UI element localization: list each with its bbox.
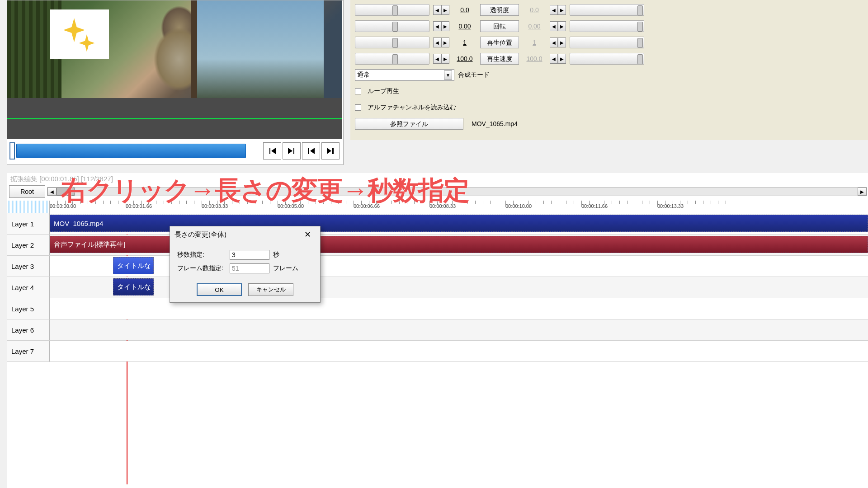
loop-checkbox[interactable] bbox=[355, 88, 361, 94]
param-label[interactable]: 再生位置 bbox=[480, 37, 519, 48]
to-start-button[interactable] bbox=[302, 142, 320, 160]
blend-mode-value: 通常 bbox=[357, 71, 370, 79]
reference-file-name: MOV_1065.mp4 bbox=[472, 120, 518, 127]
track[interactable] bbox=[50, 319, 868, 340]
sparkle-overlay bbox=[50, 9, 109, 59]
nudge-left-icon[interactable]: ◀ bbox=[550, 38, 558, 47]
nudge-left-icon[interactable]: ◀ bbox=[433, 21, 441, 31]
param-value-left[interactable]: 0.0 bbox=[453, 6, 476, 14]
blend-mode-select[interactable]: 通常▼ bbox=[355, 69, 454, 81]
text-clip[interactable]: タイトルな bbox=[113, 278, 154, 296]
alpha-checkbox[interactable] bbox=[355, 104, 361, 111]
param-slider-left[interactable] bbox=[355, 20, 429, 32]
track[interactable] bbox=[50, 341, 868, 361]
nudge-right-icon[interactable]: ▶ bbox=[558, 38, 566, 47]
nudge-left-icon[interactable]: ◀ bbox=[550, 21, 558, 31]
timeline-tracks: Layer 1MOV_1065.mp4 Layer 2音声ファイル[標準再生] … bbox=[7, 213, 868, 362]
nudge-right-icon[interactable]: ▶ bbox=[441, 21, 449, 31]
frames-input[interactable] bbox=[230, 263, 269, 273]
seconds-unit: 秒 bbox=[273, 251, 279, 259]
alpha-label: アルファチャンネルを読み込む bbox=[368, 103, 456, 112]
layer-label[interactable]: Layer 4 bbox=[7, 277, 50, 298]
nudge-left-icon[interactable]: ◀ bbox=[433, 38, 441, 47]
param-slider-right[interactable] bbox=[570, 53, 644, 65]
layer-label[interactable]: Layer 6 bbox=[7, 319, 50, 340]
param-value-left[interactable]: 0.00 bbox=[453, 23, 476, 30]
frames-unit: フレーム bbox=[273, 264, 298, 272]
param-value-right[interactable]: 100.0 bbox=[523, 55, 546, 62]
close-icon: ✕ bbox=[304, 230, 311, 239]
text-clip[interactable]: タイトルな bbox=[113, 257, 154, 274]
chevron-down-icon[interactable]: ▼ bbox=[444, 70, 452, 80]
next-frame-button[interactable] bbox=[283, 142, 301, 160]
layer-label[interactable]: Layer 7 bbox=[7, 341, 50, 361]
timeline-panel: 拡張編集 [00:00:01.85] [112/2827] Root ◀ ▶ 0… bbox=[7, 173, 868, 488]
nudge-right-icon[interactable]: ▶ bbox=[558, 54, 566, 64]
scroll-left-icon[interactable]: ◀ bbox=[47, 188, 57, 196]
param-value-right[interactable]: 1 bbox=[523, 39, 546, 46]
blend-mode-label: 合成モード bbox=[458, 71, 490, 79]
nudge-left-icon[interactable]: ◀ bbox=[550, 54, 558, 64]
frames-label: フレーム数指定: bbox=[177, 264, 226, 272]
layer-label[interactable]: Layer 1 bbox=[7, 213, 50, 234]
nudge-left-icon[interactable]: ◀ bbox=[433, 5, 441, 15]
dialog-title: 長さの変更(全体) bbox=[175, 230, 226, 239]
nudge-left-icon[interactable]: ◀ bbox=[550, 5, 558, 15]
sparkle-icon bbox=[61, 16, 98, 52]
layer-label[interactable]: Layer 2 bbox=[7, 235, 50, 255]
param-slider-left[interactable] bbox=[355, 4, 429, 16]
param-slider-right[interactable] bbox=[570, 4, 644, 16]
param-value-right[interactable]: 0.0 bbox=[523, 6, 546, 14]
to-end-button[interactable] bbox=[321, 142, 340, 160]
parameter-panel: ◀▶ 0.0 透明度 0.0 ◀▶ ◀▶ 0.00 回転 0.00 ◀▶ ◀▶ … bbox=[350, 0, 868, 140]
root-button[interactable]: Root bbox=[9, 185, 45, 198]
param-slider-left[interactable] bbox=[355, 53, 429, 65]
seek-bar[interactable] bbox=[16, 144, 246, 158]
cancel-button[interactable]: キャンセル bbox=[248, 283, 293, 296]
nudge-right-icon[interactable]: ▶ bbox=[441, 5, 449, 15]
dialog-titlebar[interactable]: 長さの変更(全体)✕ bbox=[170, 226, 320, 243]
scroll-right-icon[interactable]: ▶ bbox=[858, 188, 867, 196]
seconds-input[interactable] bbox=[230, 250, 269, 260]
nudge-right-icon[interactable]: ▶ bbox=[558, 5, 566, 15]
param-label[interactable]: 回転 bbox=[480, 20, 519, 32]
video-subject bbox=[134, 5, 224, 95]
layer-label[interactable]: Layer 5 bbox=[7, 298, 50, 319]
change-length-dialog: 長さの変更(全体)✕ 秒数指定:秒 フレーム数指定:フレーム OK キャンセル bbox=[170, 226, 321, 303]
ruler-head bbox=[7, 201, 50, 213]
nudge-left-icon[interactable]: ◀ bbox=[433, 54, 441, 64]
waveform-line bbox=[7, 118, 342, 119]
nudge-right-icon[interactable]: ▶ bbox=[441, 38, 449, 47]
annotation-text: 右クリック→長さの変更→秒数指定 bbox=[61, 173, 469, 208]
param-value-right[interactable]: 0.00 bbox=[523, 23, 546, 30]
param-label[interactable]: 再生速度 bbox=[480, 53, 519, 65]
prev-frame-button[interactable] bbox=[263, 142, 281, 160]
loop-label: ループ再生 bbox=[368, 87, 399, 95]
param-slider-right[interactable] bbox=[570, 20, 644, 32]
nudge-right-icon[interactable]: ▶ bbox=[441, 54, 449, 64]
audio-waveform bbox=[7, 98, 342, 139]
param-slider-right[interactable] bbox=[570, 37, 644, 48]
param-slider-left[interactable] bbox=[355, 37, 429, 48]
param-value-left[interactable]: 100.0 bbox=[453, 55, 476, 62]
ok-button[interactable]: OK bbox=[197, 283, 242, 296]
preview-panel bbox=[7, 0, 344, 165]
transport-bar bbox=[7, 139, 342, 162]
video-preview bbox=[7, 0, 342, 98]
nudge-right-icon[interactable]: ▶ bbox=[558, 21, 566, 31]
layer-label[interactable]: Layer 3 bbox=[7, 256, 50, 277]
seek-handle[interactable] bbox=[9, 142, 15, 160]
reference-file-button[interactable]: 参照ファイル bbox=[355, 118, 463, 130]
seconds-label: 秒数指定: bbox=[177, 251, 226, 259]
param-value-left[interactable]: 1 bbox=[453, 39, 476, 46]
close-button[interactable]: ✕ bbox=[299, 228, 316, 241]
param-label[interactable]: 透明度 bbox=[480, 4, 519, 16]
